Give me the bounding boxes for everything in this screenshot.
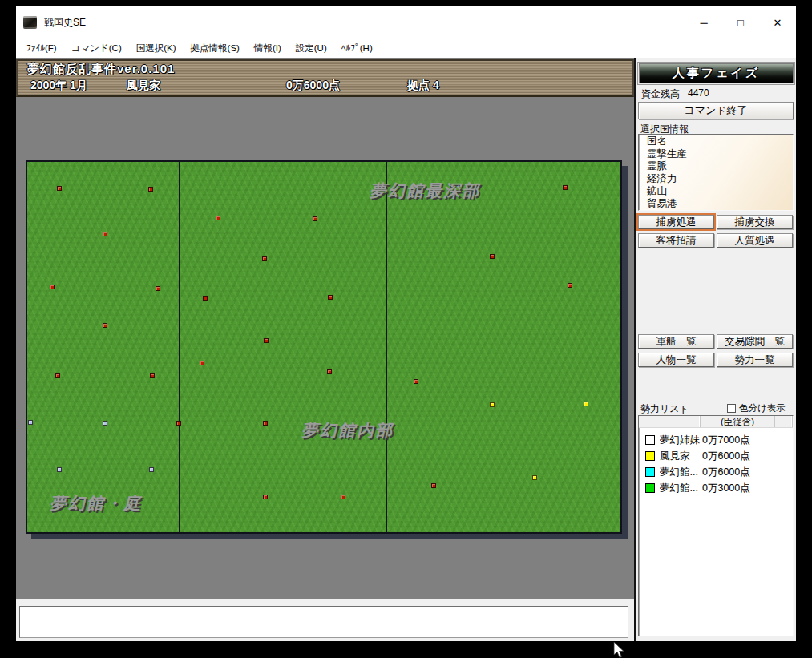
map-base-marker[interactable] [103, 421, 107, 426]
map-base-marker[interactable] [103, 323, 107, 328]
faction-header-extra-col [775, 416, 793, 427]
faction-name: 夢幻館... [660, 482, 701, 495]
country-info-item[interactable]: 霊脈 [647, 160, 793, 173]
command-panel: 人事フェイズ 資金残高 4470 コマンド終了 選択国情報 国名 霊撃生産 霊脈… [634, 58, 796, 641]
map-base-marker[interactable] [156, 286, 160, 291]
map-base-marker[interactable] [263, 495, 268, 499]
funds-value: 4470 [688, 87, 709, 99]
country-info-item[interactable]: 経済力 [647, 173, 793, 186]
map-base-marker[interactable] [414, 379, 418, 384]
faction-points: 0万6000点 [702, 466, 750, 479]
faction-row[interactable]: 夢幻館... 0万3000点 [639, 480, 793, 496]
menu-help[interactable]: ﾍﾙﾌﾟ(H) [334, 41, 380, 55]
main-area: 夢幻館反乱事件ver.0.101 2000年 1月 風見家 0万6000点 拠点… [16, 58, 634, 641]
mouse-cursor [613, 642, 626, 658]
region-label-interior: 夢幻館内部 [301, 419, 394, 442]
trade-gap-list-button[interactable]: 交易隙間一覧 [717, 334, 793, 349]
end-command-button[interactable]: コマンド終了 [638, 102, 794, 119]
faction-list-title: 勢力リスト [640, 402, 689, 416]
map-base-marker[interactable] [203, 296, 208, 301]
minimize-button[interactable]: ─ [685, 6, 722, 38]
faction-list[interactable]: (臣従含) 夢幻姉妹 0万7000点 風見家 0万6000点 [638, 415, 794, 636]
window-title: 戦国史SE [44, 16, 86, 30]
personnel-buttons: 捕虜処遇 捕虜交換 客将招請 人質処遇 [638, 215, 793, 248]
map-base-marker[interactable] [431, 483, 436, 488]
faction-points: 0万7000点 [702, 434, 750, 447]
faction-name: 風見家 [660, 450, 701, 463]
power-list-button[interactable]: 勢力一覧 [717, 353, 793, 367]
faction-points: 0万3000点 [702, 482, 750, 495]
map-base-marker[interactable] [148, 187, 153, 192]
menu-command[interactable]: コマンド(C) [64, 40, 129, 57]
map-base-marker[interactable] [328, 295, 333, 300]
faction-header-points-col: (臣従含) [701, 416, 775, 427]
scenario-banner: 夢幻館反乱事件ver.0.101 2000年 1月 風見家 0万6000点 拠点… [16, 59, 634, 97]
color-toggle-checkbox[interactable] [727, 404, 736, 413]
country-info-item[interactable]: 国名 [647, 135, 793, 148]
funds-row: 資金残高 4470 [641, 87, 680, 101]
region-label-garden: 夢幻館・庭 [50, 492, 142, 515]
faction-color-swatch [645, 435, 655, 445]
faction-color-swatch [645, 483, 655, 493]
map-base-marker[interactable] [55, 373, 60, 378]
menu-base-info[interactable]: 拠点情報(S) [184, 40, 247, 57]
faction-points: 0万6000点 [702, 450, 750, 463]
guest-general-invite-button[interactable]: 客将招請 [638, 233, 714, 248]
menu-country-select[interactable]: 国選択(K) [129, 40, 184, 57]
map-base-marker[interactable] [263, 421, 268, 426]
map-base-marker[interactable] [200, 361, 204, 365]
color-toggle[interactable]: 色分け表示 [727, 402, 786, 414]
map-base-marker[interactable] [584, 402, 588, 406]
prisoner-treatment-button[interactable]: 捕虜処遇 [638, 215, 714, 229]
prisoner-exchange-button[interactable]: 捕虜交換 [717, 215, 793, 229]
map-base-marker[interactable] [176, 421, 181, 426]
map-base-marker[interactable] [28, 420, 33, 425]
faction-header-name-col [639, 416, 701, 427]
map-base-marker[interactable] [216, 216, 220, 220]
map-base-marker[interactable] [150, 373, 155, 378]
menu-settings[interactable]: 設定(U) [289, 40, 334, 57]
region-border [179, 162, 180, 532]
clan-points: 0万6000点 [286, 79, 340, 93]
map-base-marker[interactable] [50, 285, 55, 289]
map-base-marker[interactable] [568, 283, 572, 288]
faction-name: 夢幻館... [660, 466, 701, 479]
country-info-item[interactable]: 貿易港 [647, 198, 793, 211]
map-base-marker[interactable] [341, 495, 345, 499]
map-base-marker[interactable] [563, 185, 568, 190]
person-list-button[interactable]: 人物一覧 [638, 353, 714, 367]
color-toggle-label: 色分け表示 [739, 402, 786, 414]
menu-bar: ﾌｧｲﾙ(F) コマンド(C) 国選択(K) 拠点情報(S) 情報(I) 設定(… [16, 38, 796, 58]
close-button[interactable]: ✕ [759, 6, 796, 38]
faction-row[interactable]: 夢幻姉妹 0万7000点 [639, 432, 793, 448]
map-base-marker[interactable] [103, 232, 107, 236]
map-base-marker[interactable] [264, 338, 269, 343]
game-map[interactable]: 夢幻館最深部 夢幻館内部 夢幻館・庭 [26, 160, 622, 534]
title-bar[interactable]: 戦国史SE ─ □ ✕ [16, 6, 796, 38]
faction-list-header: (臣従含) [639, 416, 793, 428]
menu-file[interactable]: ﾌｧｲﾙ(F) [19, 41, 64, 55]
region-border [386, 162, 387, 532]
country-info-list[interactable]: 国名 霊撃生産 霊脈 経済力 鉱山 貿易港 [638, 134, 794, 211]
map-base-marker[interactable] [57, 467, 62, 472]
map-base-marker[interactable] [532, 475, 537, 480]
hostage-treatment-button[interactable]: 人質処遇 [717, 233, 793, 248]
faction-row[interactable]: 風見家 0万6000点 [639, 448, 793, 464]
map-base-marker[interactable] [327, 369, 332, 374]
country-info-item[interactable]: 鉱山 [647, 185, 793, 198]
player-clan: 風見家 [127, 79, 160, 93]
map-base-marker[interactable] [262, 256, 267, 261]
map-base-marker[interactable] [149, 467, 154, 472]
menu-info[interactable]: 情報(I) [247, 40, 289, 57]
faction-row[interactable]: 夢幻館... 0万6000点 [639, 464, 793, 480]
map-base-marker[interactable] [490, 402, 495, 407]
scenario-title: 夢幻館反乱事件ver.0.101 [27, 62, 175, 77]
warship-list-button[interactable]: 軍船一覧 [638, 334, 714, 349]
country-info-item[interactable]: 霊撃生産 [647, 148, 793, 161]
map-base-marker[interactable] [57, 186, 62, 191]
map-base-marker[interactable] [313, 216, 317, 221]
map-base-marker[interactable] [490, 254, 495, 259]
desktop: 戦国史SE ─ □ ✕ ﾌｧｲﾙ(F) コマンド(C) 国選択(K) 拠点情報(… [0, 0, 812, 658]
maximize-button[interactable]: □ [722, 6, 759, 38]
region-label-deepest: 夢幻館最深部 [370, 180, 480, 202]
